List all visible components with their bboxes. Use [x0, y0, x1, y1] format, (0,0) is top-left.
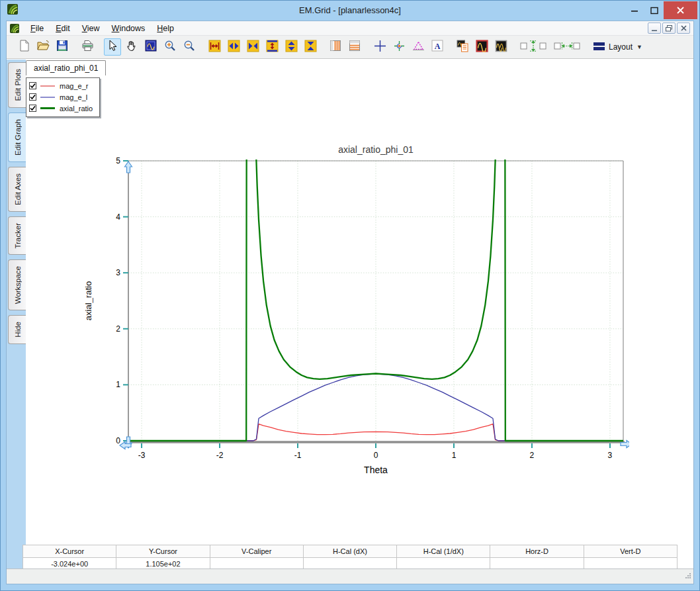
y-expand-icon [266, 40, 279, 55]
sidebar-tab-edit-graph[interactable]: Edit Graph [8, 113, 26, 162]
crosshair-icon [374, 40, 386, 55]
titlebar: EM.Grid - [planarlesson4c] [1, 1, 699, 21]
layout-label: Layout [609, 42, 633, 52]
plot-properties-icon [457, 40, 469, 55]
sidebar-tab-edit-plots[interactable]: Edit Plots [8, 62, 26, 108]
menu-windows[interactable]: Windows [106, 23, 152, 34]
y-expand-button[interactable] [263, 38, 281, 56]
document-tab[interactable]: axial_ratio_phi_01 [26, 60, 106, 75]
plot-overlay-button[interactable] [492, 38, 509, 56]
mdi-minimize-button[interactable] [648, 23, 661, 34]
menubar-items: FileEditViewWindowsHelp [24, 23, 180, 34]
status-col-horz-d: Horz-D [490, 545, 584, 558]
x-tick-label: 1 [452, 451, 457, 460]
legend-checkbox-mag-e-r[interactable] [29, 82, 36, 89]
window-title: EM.Grid - [planarlesson4c] [1, 5, 699, 15]
v-spacing-button[interactable] [517, 38, 549, 56]
h-spacing-button[interactable] [551, 38, 583, 56]
y-tick-label: 3 [116, 268, 120, 277]
pan-tool-button[interactable] [123, 38, 140, 56]
sidebar-tab-edit-axes[interactable]: Edit Axes [8, 167, 26, 212]
chevron-down-icon: ▼ [636, 44, 642, 50]
sidebar-tab-tracker[interactable]: Tracker [8, 216, 26, 255]
layout-dropdown[interactable]: Layout ▼ [593, 42, 642, 53]
x-tick-label: 2 [530, 451, 535, 460]
zoom-in-button[interactable] [161, 38, 179, 56]
y-tick-label: 2 [116, 324, 120, 334]
x-tick-label: -1 [294, 451, 302, 460]
status-value-x-cursor: -3.024e+00 [23, 558, 116, 569]
menu-help[interactable]: Help [151, 23, 180, 34]
y-tick-label: 4 [116, 212, 120, 222]
y-zoom-out-button[interactable] [283, 38, 300, 56]
menu-file[interactable]: File [24, 23, 50, 34]
sidebar-tab-workspace[interactable]: Workspace [8, 259, 26, 310]
x-zoom-out-button[interactable] [225, 38, 242, 56]
maximize-button[interactable] [645, 1, 664, 20]
zoom-out-button[interactable] [181, 38, 198, 56]
legend-label: mag_e_r [60, 82, 88, 90]
status-col-h-cal-1-dx-: H-Cal (1/dX) [397, 545, 490, 558]
app-window: EM.Grid - [planarlesson4c] FileEditViewW… [0, 0, 700, 591]
resize-grip[interactable] [685, 570, 691, 582]
x-expand-button[interactable] [206, 38, 223, 56]
save-file-button[interactable] [54, 38, 71, 56]
sidebar-tab-hide[interactable]: Hide [8, 315, 26, 344]
legend-row-mag-e-l: mag_e_l [29, 91, 93, 103]
new-file-icon [19, 40, 30, 54]
x-expand-icon [208, 40, 221, 55]
status-value-v-caliper [210, 558, 303, 569]
layout-icon [593, 42, 605, 53]
chart-svg: 012345-3-2-10123axial_ratio_phi_01Thetaa… [80, 134, 629, 495]
y-zoom-in-icon [304, 40, 317, 55]
minimize-button[interactable] [625, 1, 644, 20]
legend-label: axial_ratio [60, 105, 93, 113]
fit-plot-button[interactable] [142, 38, 159, 56]
y-axis-label: axial_ratio [83, 281, 93, 320]
sidebar-tab-label: Hide [14, 322, 22, 338]
plot-overlay-icon [495, 40, 507, 55]
print-icon [81, 40, 94, 54]
menu-view[interactable]: View [76, 23, 106, 34]
statusbar [7, 568, 693, 584]
y-tick-label: 5 [116, 156, 120, 165]
text-annotation-button[interactable]: A [429, 38, 446, 56]
sidebar-tab-label: Tracker [14, 223, 22, 249]
save-file-icon [56, 40, 68, 54]
select-tool-button[interactable] [104, 38, 121, 56]
menu-edit[interactable]: Edit [50, 23, 76, 34]
plot-properties-button[interactable] [454, 38, 471, 56]
status-col-y-cursor: Y-Cursor [116, 545, 210, 558]
new-file-button[interactable] [15, 38, 32, 56]
column-stripes-button[interactable] [327, 38, 344, 56]
legend-box: mag_e_rmag_e_laxial_ratio [26, 77, 100, 117]
plot-single-button[interactable] [473, 38, 490, 56]
print-button[interactable] [79, 38, 96, 56]
status-value-vert-d [584, 558, 677, 569]
open-file-icon [36, 40, 50, 54]
x-zoom-in-button[interactable] [244, 38, 261, 56]
crosshair-button[interactable] [371, 38, 388, 56]
legend-checkbox-mag-e-l[interactable] [29, 93, 36, 101]
legend-swatch [40, 85, 55, 87]
status-value-row: -3.024e+001.105e+02 [23, 558, 678, 569]
mdi-close-button[interactable] [677, 23, 690, 34]
delta-marker-button[interactable] [410, 38, 427, 56]
delta-marker-icon [412, 40, 425, 54]
close-button[interactable] [664, 1, 697, 19]
mdi-restore-button[interactable] [662, 23, 676, 34]
row-stripes-button[interactable] [346, 38, 363, 56]
legend-swatch [40, 97, 55, 98]
tracker-point-button[interactable] [390, 38, 408, 56]
status-value-h-cal-1-dx- [397, 558, 490, 569]
legend-checkbox-axial-ratio[interactable] [29, 105, 36, 112]
y-zoom-in-button[interactable] [302, 38, 319, 56]
mdi-window-buttons [648, 23, 690, 34]
y-tick-label: 1 [116, 380, 120, 389]
pan-tool-icon [126, 40, 138, 54]
x-tick-label: 0 [374, 451, 378, 460]
open-file-button[interactable] [34, 38, 52, 56]
sidebar-tab-label: Edit Axes [14, 173, 22, 205]
y-axis-scroll-up-handle[interactable] [125, 161, 132, 173]
cursor-status-table: X-CursorY-CursorV-CaliperH-Cal (dX)H-Cal… [22, 545, 678, 568]
